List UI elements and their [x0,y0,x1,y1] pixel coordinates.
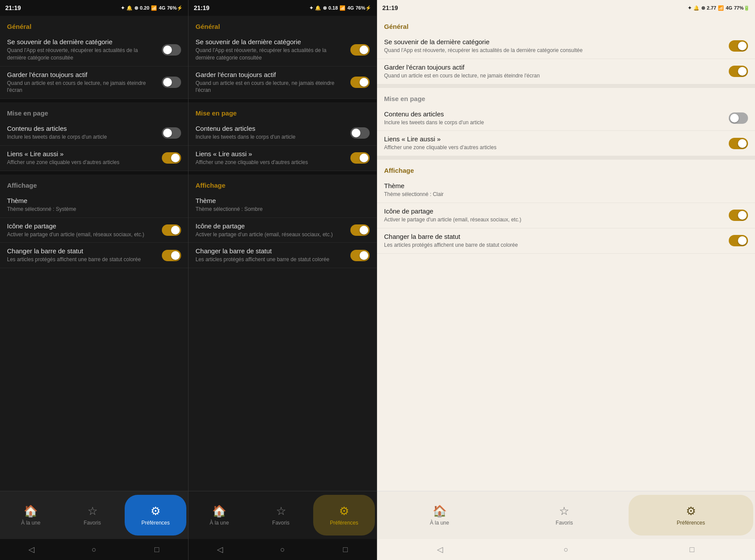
alarm-icon-2: 🔔 [315,5,321,11]
toggle-screen-3[interactable] [729,66,748,77]
setting-read-also-2[interactable]: Liens « Lire aussi » Afficher une zone c… [189,146,377,171]
nav-home-1[interactable]: 🏠 À la une [0,491,62,539]
section-general-3: Général [377,16,755,34]
setting-title-1f: Icône de partage [7,222,157,230]
setting-read-also-3[interactable]: Liens « Lire aussi » Afficher une zone c… [377,131,755,156]
nav-favorites-2[interactable]: ☆ Favoris [250,491,312,539]
toggle-share-3[interactable] [729,210,748,221]
toggle-content-2[interactable] [350,127,370,139]
favorites-icon-1: ☆ [87,504,98,518]
nav-favorites-3[interactable]: ☆ Favoris [502,491,626,539]
divider-3b [377,156,755,160]
setting-desc-3d: Afficher une zone cliquable vers d'autre… [384,144,724,151]
home-btn-1[interactable]: ○ [85,545,103,554]
toggle-content-1[interactable] [162,127,181,139]
back-btn-1[interactable]: ◁ [23,545,40,554]
section-layout-2: Mise en page [189,102,377,120]
setting-title-1a: Se souvenir de la dernière catégorie [7,38,157,46]
toggle-share-2[interactable] [350,224,370,236]
nav-home-label-2: À la une [210,520,229,526]
divider-1b [0,171,188,175]
setting-share-icon-1[interactable]: Icône de partage Activer le partage d'un… [0,218,188,243]
setting-article-content-2[interactable]: Contenu des articles Inclure les tweets … [189,120,377,146]
bluetooth-icon: ✦ [121,5,125,11]
nav-home-2[interactable]: 🏠 À la une [189,491,250,539]
toggle-remember-3[interactable] [729,40,748,52]
back-btn-2[interactable]: ◁ [211,545,229,554]
toggle-statusbar-1[interactable] [162,250,181,261]
phone-panel-3: 21:19 ✦ 🔔 ⊗ 2.77 📶 4G 77%🔋 Général Se so… [377,0,755,560]
recents-btn-2[interactable]: □ [336,545,354,554]
nav-favorites-label-3: Favoris [556,520,573,526]
setting-keep-screen-2[interactable]: Garder l'écran toujours actif Quand un a… [189,66,377,99]
setting-desc-3f: Activer le partage d'un article (email, … [384,216,724,224]
nav-favorites-1[interactable]: ☆ Favoris [62,491,123,539]
nav-prefs-3[interactable]: ⚙ Préférences [629,495,753,536]
status-bar-3: 21:19 ✦ 🔔 ⊗ 2.77 📶 4G 77%🔋 [377,0,755,16]
setting-read-also-1[interactable]: Liens « Lire aussi » Afficher une zone c… [0,146,188,171]
toggle-statusbar-3[interactable] [729,235,748,246]
setting-desc-2b: Quand un article est en cours de lecture… [196,80,345,94]
toggle-readmore-1[interactable] [162,152,181,164]
recents-btn-3[interactable]: □ [683,545,701,554]
setting-status-bar-1[interactable]: Changer la barre de statut Les articles … [0,243,188,268]
bottom-nav-3: 🏠 À la une ☆ Favoris ⚙ Préférences [377,491,755,539]
setting-text-3b: Garder l'écran toujours actif Quand un a… [384,63,729,80]
setting-share-icon-2[interactable]: Icône de partage Activer le partage d'un… [189,218,377,243]
setting-theme-2[interactable]: Thème Thème sélectionné : Sombre [189,192,377,218]
home-btn-3[interactable]: ○ [557,545,575,554]
recents-btn-1[interactable]: □ [148,545,165,554]
setting-text-1f: Icône de partage Activer le partage d'un… [7,222,162,238]
data-speed: 0.20 [140,5,149,10]
setting-desc-2d: Afficher une zone cliquable vers d'autre… [196,159,345,166]
section-general-2: Général [189,16,377,34]
toggle-readmore-2[interactable] [350,152,370,164]
content-area-2: Général Se souvenir de la dernière catég… [189,16,377,491]
toggle-remember-2[interactable] [350,44,370,56]
home-btn-2[interactable]: ○ [274,545,291,554]
setting-remember-category-2[interactable]: Se souvenir de la dernière catégorie Qua… [189,34,377,66]
nav-home-3[interactable]: 🏠 À la une [377,491,502,539]
setting-desc-3b: Quand un article est en cours de lecture… [384,72,724,80]
status-icons-2: ✦ 🔔 ⊗ 0.18 📶 4G 76%⚡ [309,5,371,11]
nav-prefs-2[interactable]: ⚙ Préférences [313,495,375,536]
setting-text-3a: Se souvenir de la dernière catégorie Qua… [384,38,729,54]
setting-status-bar-3[interactable]: Changer la barre de statut Les articles … [377,228,755,254]
setting-text-2a: Se souvenir de la dernière catégorie Qua… [196,38,350,62]
setting-theme-1[interactable]: Thème Thème sélectionné : Système [0,192,188,218]
toggle-share-1[interactable] [162,224,181,236]
toggle-readmore-3[interactable] [729,138,748,149]
setting-share-icon-3[interactable]: Icône de partage Activer le partage d'un… [377,203,755,228]
setting-text-1d: Liens « Lire aussi » Afficher une zone c… [7,150,162,166]
toggle-remember-1[interactable] [162,44,181,56]
bottom-nav-1: 🏠 À la une ☆ Favoris ⚙ Préférences [0,491,188,539]
data-speed-3: 2.77 [707,5,716,10]
status-icons-3: ✦ 🔔 ⊗ 2.77 📶 4G 77%🔋 [688,5,750,11]
setting-title-3a: Se souvenir de la dernière catégorie [384,38,724,46]
toggle-screen-2[interactable] [350,77,370,88]
setting-text-3c: Contenu des articles Inclure les tweets … [384,110,729,126]
toggle-screen-1[interactable] [162,77,181,88]
status-bar-1: 21:19 ✦ 🔔 ⊗ 0.20 📶 4G 76%⚡ [0,0,188,16]
setting-desc-3e: Thème sélectionné : Clair [384,191,743,198]
toggle-content-3[interactable] [729,112,748,124]
setting-article-content-1[interactable]: Contenu des articles Inclure les tweets … [0,120,188,146]
nav-favorites-label-1: Favoris [84,520,101,526]
setting-title-3f: Icône de partage [384,207,724,215]
setting-text-3g: Changer la barre de statut Les articles … [384,233,729,249]
back-btn-3[interactable]: ◁ [431,545,449,554]
nav-prefs-1[interactable]: ⚙ Préférences [125,495,186,536]
setting-remember-category-3[interactable]: Se souvenir de la dernière catégorie Qua… [377,34,755,59]
toggle-statusbar-2[interactable] [350,250,370,261]
setting-keep-screen-1[interactable]: Garder l'écran toujours actif Quand un a… [0,66,188,99]
setting-theme-3[interactable]: Thème Thème sélectionné : Clair [377,178,755,203]
setting-remember-category-1[interactable]: Se souvenir de la dernière catégorie Qua… [0,34,188,66]
setting-text-2d: Liens « Lire aussi » Afficher une zone c… [196,150,350,166]
setting-title-2c: Contenu des articles [196,125,345,132]
setting-article-content-3[interactable]: Contenu des articles Inclure les tweets … [377,106,755,131]
status-icons-1: ✦ 🔔 ⊗ 0.20 📶 4G 76%⚡ [121,5,183,11]
setting-title-3d: Liens « Lire aussi » [384,135,724,143]
setting-keep-screen-3[interactable]: Garder l'écran toujours actif Quand un a… [377,59,755,84]
setting-status-bar-2[interactable]: Changer la barre de statut Les articles … [189,243,377,268]
setting-desc-1d: Afficher une zone cliquable vers d'autre… [7,159,157,166]
